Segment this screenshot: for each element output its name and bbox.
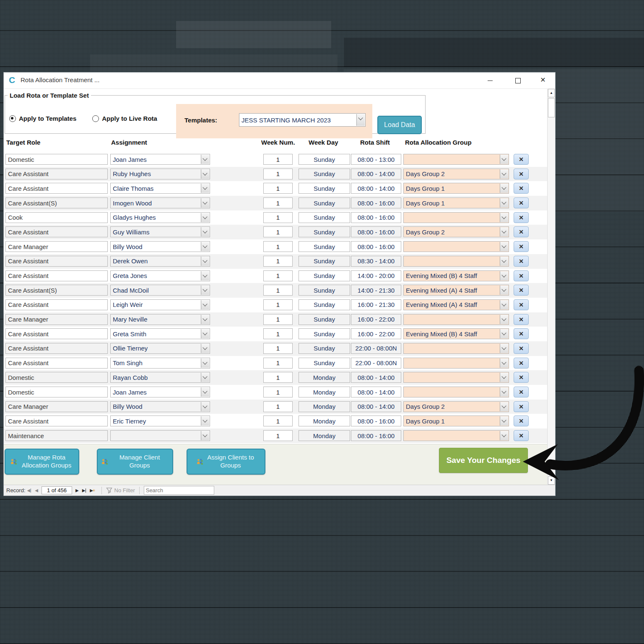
- chevron-down-icon[interactable]: [500, 387, 508, 397]
- rota-shift-field[interactable]: 14:00 - 20:00: [351, 270, 401, 281]
- week-day-field[interactable]: Monday: [299, 401, 350, 412]
- chevron-down-icon[interactable]: [500, 344, 508, 353]
- delete-row-button[interactable]: ✕: [514, 328, 529, 339]
- maximize-button[interactable]: [512, 75, 524, 85]
- week-num-field[interactable]: 1: [263, 314, 293, 325]
- rota-allocation-group-dropdown[interactable]: [403, 314, 509, 325]
- target-role-field[interactable]: Care Assistant: [5, 256, 108, 267]
- rota-allocation-group-dropdown[interactable]: [403, 372, 509, 383]
- week-day-field[interactable]: Monday: [299, 387, 350, 397]
- rota-allocation-group-dropdown[interactable]: Days Group 2: [403, 226, 509, 237]
- chevron-down-icon[interactable]: [201, 271, 209, 280]
- rota-allocation-group-dropdown[interactable]: Evening Mixed (B) 4 Staff: [403, 328, 509, 339]
- target-role-field[interactable]: Care Assistant: [5, 299, 108, 310]
- assignment-dropdown[interactable]: Billy Wood: [110, 241, 210, 252]
- assignment-dropdown[interactable]: Billy Wood: [110, 401, 210, 412]
- week-day-field[interactable]: Monday: [299, 430, 350, 441]
- chevron-down-icon[interactable]: [356, 114, 365, 126]
- minimize-button[interactable]: [484, 75, 496, 85]
- search-input[interactable]: [144, 486, 214, 495]
- target-role-field[interactable]: Care Assistant: [5, 328, 108, 339]
- week-num-field[interactable]: 1: [263, 212, 293, 223]
- week-num-field[interactable]: 1: [263, 387, 293, 397]
- assign-clients-to-groups-button[interactable]: Assign Clients to Groups: [187, 449, 265, 475]
- delete-row-button[interactable]: ✕: [514, 197, 529, 208]
- templates-dropdown[interactable]: JESS STARTING MARCH 2023: [239, 113, 366, 127]
- chevron-down-icon[interactable]: [500, 358, 508, 368]
- delete-row-button[interactable]: ✕: [514, 401, 529, 412]
- week-day-field[interactable]: Sunday: [299, 154, 350, 165]
- assignment-dropdown[interactable]: Derek Owen: [110, 256, 210, 267]
- chevron-down-icon[interactable]: [500, 286, 508, 295]
- chevron-down-icon[interactable]: [201, 300, 209, 309]
- rota-allocation-group-dropdown[interactable]: Days Group 1: [403, 415, 509, 426]
- week-num-field[interactable]: 1: [263, 270, 293, 281]
- target-role-field[interactable]: Care Assistant: [5, 169, 108, 179]
- chevron-down-icon[interactable]: [201, 373, 209, 382]
- chevron-down-icon[interactable]: [201, 213, 209, 222]
- assignment-dropdown[interactable]: Chad McDoil: [110, 285, 210, 296]
- rota-shift-field[interactable]: 14:00 - 21:30: [351, 285, 401, 296]
- target-role-field[interactable]: Care Assistant: [5, 343, 108, 354]
- rota-shift-field[interactable]: 08:00 - 14:00: [351, 372, 401, 383]
- chevron-down-icon[interactable]: [201, 286, 209, 295]
- chevron-down-icon[interactable]: [500, 416, 508, 426]
- scroll-up-button[interactable]: ▲: [548, 89, 555, 97]
- rota-shift-field[interactable]: 08:00 - 16:00: [351, 226, 401, 237]
- no-filter-indicator[interactable]: No Filter: [106, 487, 135, 493]
- assignment-dropdown[interactable]: Eric Tierney: [110, 415, 210, 426]
- assignment-dropdown[interactable]: Leigh Weir: [110, 299, 210, 310]
- next-record-button[interactable]: ▶: [75, 488, 79, 493]
- delete-row-button[interactable]: ✕: [514, 314, 529, 325]
- week-num-field[interactable]: 1: [263, 285, 293, 296]
- week-num-field[interactable]: 1: [263, 372, 293, 383]
- chevron-down-icon[interactable]: [201, 198, 209, 208]
- rota-allocation-group-dropdown[interactable]: [403, 241, 509, 252]
- delete-row-button[interactable]: ✕: [514, 270, 529, 281]
- week-num-field[interactable]: 1: [263, 154, 293, 165]
- rota-shift-field[interactable]: 08:00 - 16:00: [351, 430, 401, 441]
- week-num-field[interactable]: 1: [263, 169, 293, 179]
- scrollbar-thumb[interactable]: [548, 98, 555, 117]
- assignment-dropdown[interactable]: Greta Smith: [110, 328, 210, 339]
- chevron-down-icon[interactable]: [500, 242, 508, 251]
- new-record-button[interactable]: ▶✳: [90, 488, 95, 493]
- chevron-down-icon[interactable]: [500, 271, 508, 280]
- target-role-field[interactable]: Domestic: [5, 154, 108, 165]
- delete-row-button[interactable]: ✕: [514, 430, 529, 441]
- week-num-field[interactable]: 1: [263, 328, 293, 339]
- assignment-dropdown[interactable]: Imogen Wood: [110, 197, 210, 208]
- rota-allocation-group-dropdown[interactable]: Days Group 1: [403, 183, 509, 194]
- chevron-down-icon[interactable]: [500, 329, 508, 338]
- chevron-down-icon[interactable]: [500, 227, 508, 236]
- chevron-down-icon[interactable]: [201, 387, 209, 397]
- week-num-field[interactable]: 1: [263, 256, 293, 267]
- delete-row-button[interactable]: ✕: [514, 241, 529, 252]
- chevron-down-icon[interactable]: [500, 155, 508, 164]
- rota-allocation-group-dropdown[interactable]: Days Group 1: [403, 197, 509, 208]
- scroll-down-button[interactable]: ▼: [548, 476, 555, 485]
- rota-shift-field[interactable]: 08:00 - 13:00: [351, 154, 401, 165]
- chevron-down-icon[interactable]: [201, 315, 209, 324]
- chevron-down-icon[interactable]: [201, 155, 209, 164]
- chevron-down-icon[interactable]: [500, 213, 508, 222]
- rota-allocation-group-dropdown[interactable]: [403, 430, 509, 441]
- previous-record-button[interactable]: ◀: [35, 488, 38, 493]
- week-day-field[interactable]: Sunday: [299, 270, 350, 281]
- rota-allocation-group-dropdown[interactable]: [403, 358, 509, 369]
- chevron-down-icon[interactable]: [500, 169, 508, 179]
- week-day-field[interactable]: Sunday: [299, 299, 350, 310]
- rota-shift-field[interactable]: 16:00 - 22:00: [351, 314, 401, 325]
- chevron-down-icon[interactable]: [500, 184, 508, 193]
- rota-allocation-group-dropdown[interactable]: [403, 212, 509, 223]
- target-role-field[interactable]: Care Manager: [5, 314, 108, 325]
- chevron-down-icon[interactable]: [500, 431, 508, 440]
- assignment-dropdown[interactable]: Ollie Tierney: [110, 343, 210, 354]
- week-day-field[interactable]: Sunday: [299, 183, 350, 194]
- chevron-down-icon[interactable]: [201, 169, 209, 179]
- delete-row-button[interactable]: ✕: [514, 183, 529, 194]
- rota-shift-field[interactable]: 16:00 - 21:30: [351, 299, 401, 310]
- load-data-button[interactable]: Load Data: [377, 116, 422, 134]
- close-button[interactable]: ✕: [537, 75, 549, 85]
- chevron-down-icon[interactable]: [201, 416, 209, 426]
